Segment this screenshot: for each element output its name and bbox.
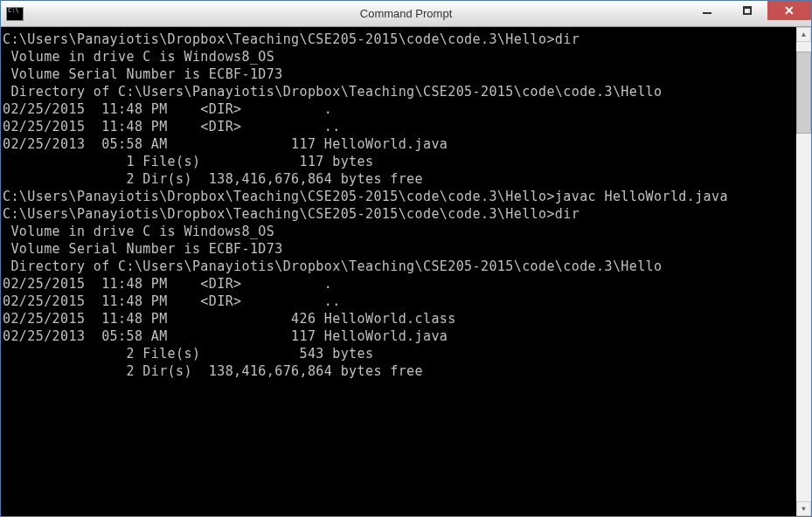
- window-title: Command Prompt: [360, 7, 452, 20]
- titlebar[interactable]: Command Prompt ✕: [1, 1, 811, 27]
- terminal-line: 02/25/2015 11:48 PM <DIR> ..: [3, 118, 795, 135]
- minimize-button[interactable]: [687, 1, 727, 20]
- close-button[interactable]: ✕: [767, 1, 811, 20]
- scroll-down-button[interactable]: ▼: [796, 501, 811, 516]
- window-controls: ✕: [687, 1, 811, 26]
- terminal-line: Directory of C:\Users\Panayiotis\Dropbox…: [3, 258, 795, 275]
- terminal-output[interactable]: C:\Users\Panayiotis\Dropbox\Teaching\CSE…: [1, 27, 796, 516]
- close-icon: ✕: [784, 3, 795, 17]
- cmd-icon: [6, 7, 24, 21]
- terminal-line: Directory of C:\Users\Panayiotis\Dropbox…: [3, 83, 795, 100]
- terminal-line: 1 File(s) 117 bytes: [3, 153, 795, 170]
- terminal-area: C:\Users\Panayiotis\Dropbox\Teaching\CSE…: [1, 27, 811, 516]
- terminal-line: 02/25/2015 11:48 PM <DIR> .: [3, 100, 795, 118]
- terminal-line: C:\Users\Panayiotis\Dropbox\Teaching\CSE…: [3, 205, 795, 223]
- terminal-line: 2 File(s) 543 bytes: [3, 345, 795, 362]
- terminal-line: 02/25/2013 05:58 AM 117 HelloWorld.java: [3, 327, 795, 345]
- command-prompt-window: Command Prompt ✕ C:\Users\Panayiotis\Dro…: [0, 0, 812, 517]
- maximize-button[interactable]: [727, 1, 767, 20]
- terminal-line: 02/25/2013 05:58 AM 117 HelloWorld.java: [3, 135, 795, 153]
- vertical-scrollbar[interactable]: ▲ ▼: [796, 27, 811, 516]
- terminal-line: Volume Serial Number is ECBF-1D73: [3, 240, 795, 258]
- terminal-line: C:\Users\Panayiotis\Dropbox\Teaching\CSE…: [3, 31, 795, 48]
- scroll-thumb[interactable]: [796, 52, 811, 134]
- terminal-line: C:\Users\Panayiotis\Dropbox\Teaching\CSE…: [3, 188, 795, 205]
- scroll-track[interactable]: [796, 42, 811, 501]
- terminal-line: Volume in drive C is Windows8_OS: [3, 223, 795, 240]
- terminal-line: 02/25/2015 11:48 PM <DIR> ..: [3, 293, 795, 310]
- terminal-line: 2 Dir(s) 138,416,676,864 bytes free: [3, 362, 795, 380]
- maximize-icon: [743, 6, 752, 15]
- terminal-line: Volume in drive C is Windows8_OS: [3, 48, 795, 65]
- scroll-up-button[interactable]: ▲: [796, 27, 811, 42]
- minimize-icon: [703, 12, 711, 14]
- terminal-line: Volume Serial Number is ECBF-1D73: [3, 65, 795, 83]
- terminal-line: 02/25/2015 11:48 PM 426 HelloWorld.class: [3, 310, 795, 327]
- terminal-line: 2 Dir(s) 138,416,676,864 bytes free: [3, 170, 795, 188]
- terminal-line: 02/25/2015 11:48 PM <DIR> .: [3, 275, 795, 293]
